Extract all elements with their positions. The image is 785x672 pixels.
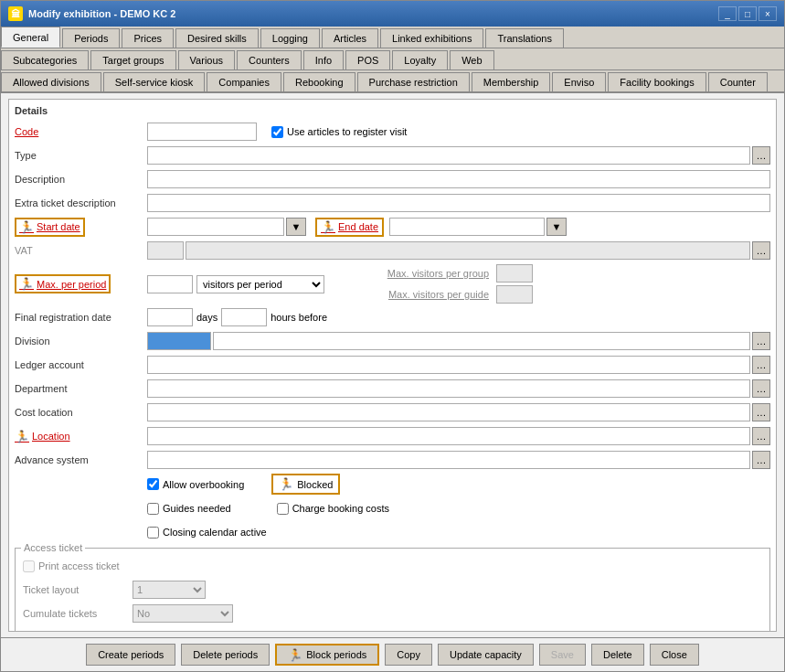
location-ellipsis-button[interactable]: … [752, 427, 770, 445]
max-visitors-group-label[interactable]: Max. visitors per group [343, 268, 489, 279]
tab-various[interactable]: Various [178, 50, 235, 69]
tab-web[interactable]: Web [450, 50, 493, 69]
cumulate-tickets-row: Cumulate tickets No [23, 603, 762, 624]
start-date-label[interactable]: 🏃 Start date [15, 218, 85, 237]
tab-info[interactable]: Info [303, 50, 344, 69]
final-reg-days-input[interactable]: 0 [147, 308, 193, 326]
department-row: Department … [15, 379, 770, 399]
department-ellipsis-button[interactable]: … [752, 379, 770, 398]
max-per-period-input[interactable]: 60 [147, 275, 193, 293]
visitors-per-period-select[interactable]: visitors per period [196, 275, 324, 293]
tab-counter[interactable]: Counter [708, 72, 768, 91]
location-input[interactable] [147, 427, 750, 445]
division-code-input[interactable]: Sportdiens [147, 332, 211, 350]
tab-purchase-restriction[interactable]: Purchase restriction [357, 72, 470, 91]
advance-ellipsis-button[interactable]: … [752, 451, 770, 469]
tab-enviso[interactable]: Enviso [552, 72, 606, 91]
maximize-button[interactable]: □ [738, 6, 757, 21]
tab-periods[interactable]: Periods [62, 28, 120, 48]
cost-row: Cost location … [15, 402, 770, 422]
max-visitors-guide-label[interactable]: Max. visitors per guide [343, 289, 489, 300]
charge-booking-label[interactable]: Charge booking costs [277, 503, 389, 515]
location-label[interactable]: 🏃 Location [15, 430, 70, 443]
tab-loyalty[interactable]: Loyalty [392, 50, 448, 69]
print-access-label[interactable]: Print access ticket [23, 560, 120, 572]
closing-calendar-label[interactable]: Closing calendar active [147, 527, 267, 539]
cumulate-tickets-select[interactable]: No [133, 604, 233, 623]
guides-needed-checkbox[interactable] [147, 503, 159, 515]
delete-periods-button[interactable]: Delete periods [181, 644, 270, 666]
division-ellipsis-button[interactable]: … [752, 332, 770, 350]
tab-rebooking[interactable]: Rebooking [283, 72, 355, 91]
allow-overbooking-checkbox[interactable] [147, 478, 159, 490]
end-date-label[interactable]: 🏃 End date [315, 218, 384, 237]
guides-needed-label[interactable]: Guides needed [147, 503, 231, 515]
end-date-dropdown-button[interactable]: ▼ [546, 218, 567, 236]
delete-button[interactable]: Delete [591, 644, 644, 666]
code-input[interactable]: DEMO KC 2 [147, 123, 257, 141]
tab-general[interactable]: General [1, 27, 60, 48]
update-capacity-button[interactable]: Update capacity [438, 644, 534, 666]
description-input[interactable]: DEMO KC 2 [147, 170, 770, 188]
final-reg-hours-input[interactable]: 0 [221, 308, 267, 326]
tab-pos[interactable]: POS [345, 50, 390, 69]
type-input[interactable] [147, 146, 750, 165]
tab-allowed-divisions[interactable]: Allowed divisions [1, 72, 101, 91]
save-button[interactable]: Save [539, 644, 586, 666]
tab-linked-exhibitions[interactable]: Linked exhibitions [380, 28, 483, 48]
tab-subcategories[interactable]: Subcategories [1, 50, 89, 69]
ledger-input[interactable] [147, 356, 750, 374]
location-label-wrapper: 🏃 Location [15, 430, 147, 443]
tab-self-service-kiosk[interactable]: Self-service kiosk [103, 72, 206, 91]
tab-row-3: Allowed divisions Self-service kiosk Com… [1, 70, 784, 93]
start-date-input[interactable]: maandag 3 mei 2021 [147, 218, 284, 236]
tab-target-groups[interactable]: Target groups [90, 50, 175, 69]
code-link[interactable]: Code [15, 126, 38, 137]
vat-code-input[interactable]: V2 [147, 241, 184, 260]
vat-name-input[interactable]: 6% BTW [186, 241, 750, 260]
close-button[interactable]: Close [650, 644, 699, 666]
extra-ticket-input[interactable] [147, 194, 770, 212]
tab-desired-skills[interactable]: Desired skills [175, 28, 259, 48]
copy-button[interactable]: Copy [385, 644, 432, 666]
allow-overbooking-label[interactable]: Allow overbooking [147, 478, 244, 490]
tab-logging[interactable]: Logging [260, 28, 320, 48]
type-ellipsis-button[interactable]: … [752, 146, 770, 165]
advance-input[interactable] [147, 451, 750, 469]
print-access-row: Print access ticket [23, 556, 762, 576]
use-articles-checkbox[interactable] [271, 126, 283, 138]
closing-calendar-checkbox[interactable] [147, 527, 159, 539]
tab-row-1: General Periods Prices Desired skills Lo… [1, 27, 784, 48]
end-date-input[interactable]: zondag 27 februari 2022 [389, 218, 545, 236]
tab-prices[interactable]: Prices [122, 28, 174, 48]
create-periods-button[interactable]: Create periods [86, 644, 175, 666]
tab-membership[interactable]: Membership [472, 72, 551, 91]
vat-ellipsis-button[interactable]: … [752, 241, 770, 260]
max-per-period-label[interactable]: 🏃 Max. per period [15, 274, 111, 293]
cost-input[interactable] [147, 403, 750, 421]
tab-companies[interactable]: Companies [207, 72, 281, 91]
tab-facility-bookings[interactable]: Facility bookings [608, 72, 705, 91]
tab-articles[interactable]: Articles [322, 28, 378, 48]
start-date-dropdown-button[interactable]: ▼ [286, 218, 306, 236]
minimize-button[interactable]: _ [718, 6, 737, 21]
block-periods-button[interactable]: 🏃 Block periods [275, 644, 379, 666]
title-bar-controls[interactable]: _ □ × [718, 6, 777, 21]
tab-translations[interactable]: Translations [485, 28, 564, 48]
max-per-period-row: 🏃 Max. per period 60 visitors per period… [15, 264, 770, 304]
close-button[interactable]: × [758, 6, 777, 21]
max-visitors-guide-input[interactable]: 0 [496, 285, 533, 304]
ticket-layout-row: Ticket layout 1 [23, 580, 762, 600]
tab-counters[interactable]: Counters [237, 50, 302, 69]
department-input[interactable] [147, 379, 750, 398]
max-visitors-group-input[interactable]: 0 [496, 264, 533, 283]
cost-ellipsis-button[interactable]: … [752, 403, 770, 421]
ledger-ellipsis-button[interactable]: … [752, 356, 770, 374]
charge-booking-checkbox[interactable] [277, 503, 289, 515]
access-ticket-label: Access ticket [21, 542, 85, 553]
max-per-period-label-wrapper: 🏃 Max. per period [15, 274, 147, 293]
advance-label: Advance system [15, 454, 147, 465]
end-date-icon: 🏃 [321, 220, 335, 234]
division-name-input[interactable]: Sportdienst [213, 332, 750, 350]
ticket-layout-select[interactable]: 1 [133, 581, 206, 599]
